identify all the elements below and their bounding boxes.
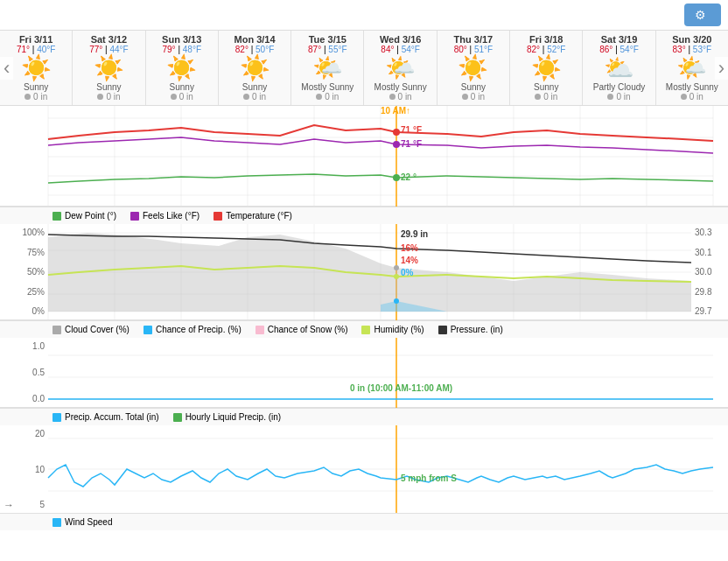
svg-point-17 xyxy=(393,129,400,136)
precip-dot-8 xyxy=(607,94,613,100)
precip-value-7: 0 in xyxy=(543,92,557,102)
day-lo-3: 50°F xyxy=(256,45,274,54)
precip-value-9: 0 in xyxy=(690,92,704,102)
day-label-1: Sunny xyxy=(74,82,143,92)
precip-value-8: 0 in xyxy=(616,92,630,102)
day-name-8: Sat 3/19 xyxy=(584,34,653,45)
day-temps-7: 82° | 52°F xyxy=(512,45,580,54)
day-hi-0: 71° xyxy=(17,45,30,54)
day-icon-6: ☀️ xyxy=(439,56,508,81)
dew-point-color xyxy=(52,212,61,221)
scroll-right-arrow[interactable]: → xyxy=(4,499,14,511)
precip-dot-2 xyxy=(171,94,177,100)
precip-chart-legend: Cloud Cover (%) Chance of Precip. (%) Ch… xyxy=(0,320,728,338)
day-cell-1[interactable]: Sat 3/12 77° | 44°F ☀️ Sunny 0 in xyxy=(73,31,145,105)
customize-button[interactable]: ⚙ xyxy=(684,4,721,26)
day-cell-8[interactable]: Sat 3/19 86° | 54°F ⛅ Partly Cloudy 0 in xyxy=(583,31,655,105)
pressure-color xyxy=(438,326,447,334)
precip-value-5: 0 in xyxy=(398,92,412,102)
day-cell-3[interactable]: Mon 3/14 82° | 50°F ☀️ Sunny 0 in xyxy=(219,31,291,105)
day-name-5: Wed 3/16 xyxy=(366,34,434,45)
legend-chance-snow: Chance of Snow (%) xyxy=(256,325,348,334)
top-bar: ⚙ xyxy=(0,0,728,30)
day-icon-3: ☀️ xyxy=(220,56,289,81)
nav-right-arrow[interactable]: › xyxy=(715,57,728,80)
day-precip-3: 0 in xyxy=(220,92,289,102)
day-lo-0: 40°F xyxy=(37,45,55,54)
day-precip-5: 0 in xyxy=(366,92,434,102)
humidity-label: Humidity (%) xyxy=(374,325,424,334)
days-wrapper: ‹ Fri 3/11 71° | 40°F ☀️ Sunny 0 in Sat … xyxy=(0,30,728,106)
temperature-color xyxy=(214,212,222,221)
precip-value-0: 0 in xyxy=(33,92,47,102)
day-label-7: Sunny xyxy=(512,82,580,92)
day-hi-1: 77° xyxy=(89,45,102,54)
day-hi-9: 83° xyxy=(673,45,686,54)
day-temps-4: 87° | 55°F xyxy=(293,45,361,54)
day-hi-2: 79° xyxy=(162,45,175,54)
precip-value-2: 0 in xyxy=(179,92,193,102)
day-precip-4: 0 in xyxy=(293,92,361,102)
legend-wind-speed: Wind Speed xyxy=(52,517,112,527)
precip-tooltip-cloud: 29.9 in xyxy=(401,229,428,239)
feels-like-color xyxy=(130,212,139,221)
day-label-0: Sunny xyxy=(2,82,70,92)
day-lo-7: 52°F xyxy=(547,45,565,54)
day-name-4: Tue 3/15 xyxy=(293,34,361,45)
liquid-tooltip: 0 in (10:00 AM-11:00 AM) xyxy=(350,383,452,393)
wind-chart-legend: Wind Speed xyxy=(0,513,728,530)
day-cell-4[interactable]: Tue 3/15 87° | 55°F 🌤️ Mostly Sunny 0 in xyxy=(291,31,364,105)
liquid-chart-legend: Precip. Accum. Total (in) Hourly Liquid … xyxy=(0,408,728,425)
day-temps-6: 80° | 51°F xyxy=(439,45,508,54)
day-lo-4: 55°F xyxy=(328,45,346,54)
day-icon-1: ☀️ xyxy=(74,56,143,81)
legend-feels-like: Feels Like (°F) xyxy=(130,211,200,221)
day-name-0: Fri 3/11 xyxy=(2,34,70,45)
precip-chart-section: 100% 75% 50% 25% 0% 30.3 30.1 30.0 29.8 … xyxy=(0,224,728,320)
svg-point-18 xyxy=(393,141,400,148)
day-name-9: Sun 3/20 xyxy=(658,34,726,45)
day-temps-2: 79° | 48°F xyxy=(148,45,216,54)
cursor-time-label: 10 AM↑ xyxy=(381,106,410,116)
precip-dot-9 xyxy=(681,94,687,100)
nav-left-arrow[interactable]: ‹ xyxy=(0,57,13,80)
day-lo-9: 53°F xyxy=(693,45,711,54)
precip-tooltip-precip: 16% xyxy=(401,243,418,253)
precip-value-4: 0 in xyxy=(325,92,339,102)
day-name-3: Mon 3/14 xyxy=(220,34,289,45)
svg-point-19 xyxy=(393,174,400,181)
day-cell-2[interactable]: Sun 3/13 79° | 48°F ☀️ Sunny 0 in xyxy=(146,31,219,105)
day-precip-8: 0 in xyxy=(584,92,653,102)
precip-dot-6 xyxy=(462,94,468,100)
day-temps-0: 71° | 40°F xyxy=(2,45,70,54)
day-precip-7: 0 in xyxy=(512,92,580,102)
feels-like-label: Feels Like (°F) xyxy=(143,211,200,221)
temp-chart-legend: Dew Point (°) Feels Like (°F) Temperatur… xyxy=(0,207,728,224)
cloud-cover-label: Cloud Cover (%) xyxy=(65,325,130,334)
wind-speed-label: Wind Speed xyxy=(65,517,112,527)
precip-dot-3 xyxy=(243,94,249,100)
day-cell-5[interactable]: Wed 3/16 84° | 54°F 🌤️ Mostly Sunny 0 in xyxy=(364,31,437,105)
liquid-precip-chart-section: 1.0 0.5 0.0 0 in (10:00 AM-11:00 AM) xyxy=(0,338,728,408)
day-name-2: Sun 3/13 xyxy=(148,34,216,45)
day-precip-0: 0 in xyxy=(2,92,70,102)
liquid-svg xyxy=(0,338,726,408)
legend-hourly-liquid: Hourly Liquid Precip. (in) xyxy=(173,412,282,422)
day-lo-6: 51°F xyxy=(474,45,493,54)
day-cell-6[interactable]: Thu 3/17 80° | 51°F ☀️ Sunny 0 in xyxy=(438,31,510,105)
day-label-6: Sunny xyxy=(439,82,508,92)
chance-snow-label: Chance of Snow (%) xyxy=(268,325,348,334)
pressure-label: Pressure. (in) xyxy=(451,325,503,334)
gear-icon: ⚙ xyxy=(695,8,706,22)
precip-dot-7 xyxy=(535,94,541,100)
precip-svg xyxy=(0,224,726,320)
day-lo-8: 54°F xyxy=(620,45,639,54)
day-name-6: Thu 3/17 xyxy=(439,34,508,45)
day-precip-9: 0 in xyxy=(658,92,726,102)
precip-dot-5 xyxy=(389,94,396,100)
day-hi-4: 87° xyxy=(308,45,321,54)
temperature-label: Temperature (°F) xyxy=(226,211,292,221)
svg-point-38 xyxy=(394,265,399,270)
day-cell-7[interactable]: Fri 3/18 82° | 52°F ☀️ Sunny 0 in xyxy=(510,31,583,105)
precip-value-6: 0 in xyxy=(471,92,485,102)
